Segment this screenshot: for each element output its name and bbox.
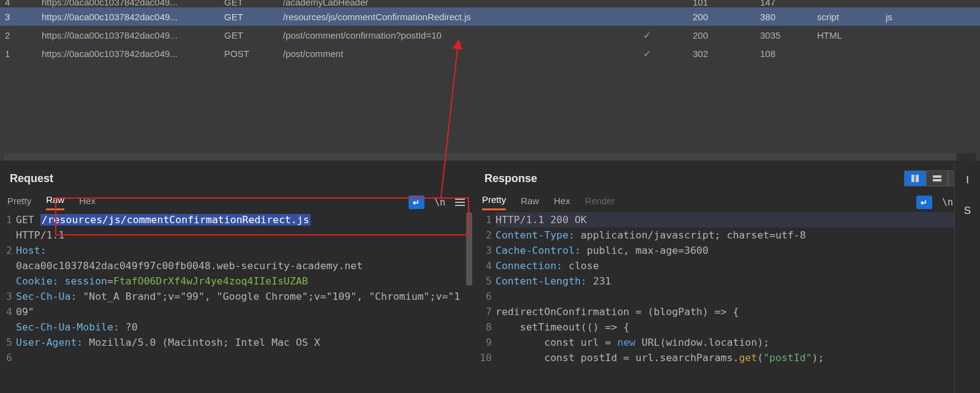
table-row[interactable]: 2 https://0aca00c1037842dac049... GET /p… <box>0 26 980 44</box>
tab-pretty[interactable]: Pretty <box>7 196 31 210</box>
request-title: Request <box>10 172 53 185</box>
js-string: "postId" <box>763 352 812 364</box>
layout-split-horizontal-button[interactable] <box>926 170 948 186</box>
line-number: 1 <box>475 212 492 227</box>
wrap-lines-icon[interactable]: ↵ <box>916 196 932 209</box>
inspector-strip: I S <box>954 163 980 393</box>
tab-hex[interactable]: Hex <box>554 196 570 210</box>
tab-render[interactable]: Render <box>585 196 615 210</box>
cell-length: 380 <box>760 12 817 22</box>
line-number: 9 <box>475 335 492 350</box>
js-line: const url = <box>496 337 617 348</box>
line-number: 2 <box>0 243 12 258</box>
request-pane: Request Pretty Raw Hex ↵ \n 1 2 3 4 5 6 <box>0 163 475 393</box>
header-value: 231 <box>593 275 611 287</box>
cell-status: 302 <box>693 48 760 59</box>
header-value: "Not_A Brand";v="99", "Google Chrome";v=… <box>16 291 460 318</box>
header-value: application/javascript; charset=utf-8 <box>581 229 806 241</box>
cell-num: 4 <box>5 0 42 7</box>
cell-url: /resources/js/commentConfirmationRedirec… <box>283 12 601 22</box>
inspector-toggle[interactable]: S <box>964 205 971 217</box>
line-number: 4 <box>0 304 12 319</box>
cell-num: 3 <box>5 12 42 22</box>
cell-status: 101 <box>693 0 760 7</box>
cell-status: 200 <box>693 12 760 22</box>
request-tabs: Pretty Raw Hex ↵ \n <box>0 193 472 212</box>
header-name: User-Agent: <box>16 337 83 348</box>
vertical-scrollbar[interactable] <box>466 212 472 393</box>
cell-url: /academyLabHeader <box>283 0 601 7</box>
table-row[interactable]: 3 https://0aca00c1037842dac049... GET /r… <box>0 7 980 26</box>
table-row[interactable]: 4 https://0aca00c1037842dac049... GET /a… <box>0 0 980 7</box>
header-name: Connection: <box>496 260 562 272</box>
request-header: Request <box>0 163 472 193</box>
horizontal-scrollbar[interactable] <box>4 153 976 161</box>
cell-num: 2 <box>5 30 42 40</box>
header-value: public, max-age=3600 <box>587 245 709 256</box>
cell-host: https://0aca00c1037842dac049... <box>42 12 224 22</box>
line-number: 5 <box>475 273 492 289</box>
line-number: 4 <box>475 258 492 273</box>
layout-split-vertical-button[interactable] <box>904 170 926 186</box>
http-method: GET <box>16 214 34 226</box>
line-number: 6 <box>0 350 12 365</box>
request-editor[interactable]: 1 2 3 4 5 6 GET /resources/js/commentCon… <box>0 212 472 393</box>
header-value: 0aca00c1037842dac049f97c00fb0048.web-sec… <box>16 260 363 272</box>
line-number: 2 <box>475 227 492 243</box>
js-line: ( <box>757 352 763 364</box>
cell-edited: ✓ <box>601 48 693 59</box>
line-number: 3 <box>475 243 492 258</box>
header-name: Content-Type: <box>496 229 575 241</box>
header-name: Sec-Ch-Ua: <box>16 291 77 302</box>
response-editor[interactable]: 1 2 3 4 5 6 7 8 9 10 HTTP/1.1 200 OK Con… <box>475 212 980 393</box>
cell-host: https://0aca00c1037842dac049... <box>42 48 224 59</box>
js-func: get <box>739 352 757 364</box>
cell-url: /post/comment/confirmation?postId=10 <box>283 30 601 40</box>
response-gutter: 1 2 3 4 5 6 7 8 9 10 <box>475 212 496 393</box>
response-code[interactable]: HTTP/1.1 200 OK Content-Type: applicatio… <box>496 212 980 393</box>
js-line: URL(window.location); <box>636 337 770 348</box>
js-line: const postId = url.searchParams. <box>496 352 739 364</box>
selected-path: /resources/js/commentConfirmationRedirec… <box>40 214 311 226</box>
response-tabs: Pretty Raw Hex Render ↵ \n <box>475 193 980 212</box>
cookie-key: session <box>64 275 107 287</box>
wrap-lines-icon[interactable]: ↵ <box>409 196 424 209</box>
cell-url: /post/comment <box>283 48 601 59</box>
header-name: Sec-Ch-Ua-Mobile: <box>16 321 119 333</box>
header-name: Cache-Control: <box>496 245 581 256</box>
cell-length: 3035 <box>760 30 817 40</box>
js-keyword: new <box>617 337 636 348</box>
cell-method: POST <box>224 48 283 59</box>
http-version: HTTP/1.1 <box>16 229 64 241</box>
header-value: Mozilla/5.0 (Macintosh; Intel Mac OS X <box>89 337 320 348</box>
cell-method: GET <box>224 30 283 40</box>
show-newlines-icon[interactable]: \n <box>942 197 953 208</box>
tab-hex[interactable]: Hex <box>79 196 96 210</box>
cell-host: https://0aca00c1037842dac049... <box>42 30 224 40</box>
cell-length: 147 <box>760 0 817 7</box>
status-line: HTTP/1.1 200 OK <box>496 212 974 227</box>
history-rows: 4 https://0aca00c1037842dac049... GET /a… <box>0 0 980 152</box>
header-name: Content-Length: <box>496 275 587 287</box>
cell-method: GET <box>224 0 283 7</box>
line-number: 1 <box>0 212 12 227</box>
request-code[interactable]: GET /resources/js/commentConfirmationRed… <box>16 212 472 393</box>
cell-status: 200 <box>693 30 760 40</box>
tab-raw[interactable]: Raw <box>46 194 64 210</box>
tab-pretty[interactable]: Pretty <box>482 194 506 210</box>
header-name: Cookie: <box>16 275 59 287</box>
table-row[interactable]: 1 https://0aca00c1037842dac049... POST /… <box>0 44 980 63</box>
hamburger-icon[interactable] <box>455 199 465 206</box>
show-newlines-icon[interactable]: \n <box>434 197 445 208</box>
response-title: Response <box>484 172 537 185</box>
message-editor-split: Request Pretty Raw Hex ↵ \n 1 2 3 4 5 6 <box>0 161 980 393</box>
inspector-toggle[interactable]: I <box>966 174 969 186</box>
tab-raw[interactable]: Raw <box>521 196 539 210</box>
cell-method: GET <box>224 12 283 22</box>
response-pane: Response Pretty Raw Hex Render ↵ \n 1 2 … <box>475 163 980 393</box>
cell-mime: HTML <box>817 30 886 40</box>
js-line: redirectOnConfirmation = (blogPath) => { <box>496 306 739 318</box>
cell-length: 108 <box>760 48 817 59</box>
header-value: ?0 <box>126 321 138 333</box>
cell-mime: script <box>817 12 886 22</box>
